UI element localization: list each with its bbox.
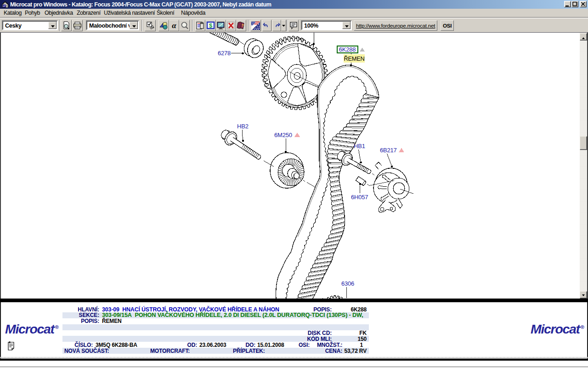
svg-text:?: ? (241, 23, 244, 28)
svg-text:HB2: HB2 (237, 123, 249, 130)
svg-text:6K288: 6K288 (339, 46, 356, 53)
svg-text:6B217: 6B217 (380, 147, 397, 154)
svg-text:α: α (172, 21, 176, 30)
svg-text:6278: 6278 (218, 50, 231, 57)
svg-text:ŘEMEN: ŘEMEN (344, 55, 364, 62)
svg-text:HB1: HB1 (354, 143, 365, 150)
svg-text:6306: 6306 (341, 280, 354, 287)
svg-text:6M250: 6M250 (274, 132, 292, 138)
svg-text:6H057: 6H057 (351, 194, 368, 201)
svg-text:$: $ (209, 22, 212, 29)
